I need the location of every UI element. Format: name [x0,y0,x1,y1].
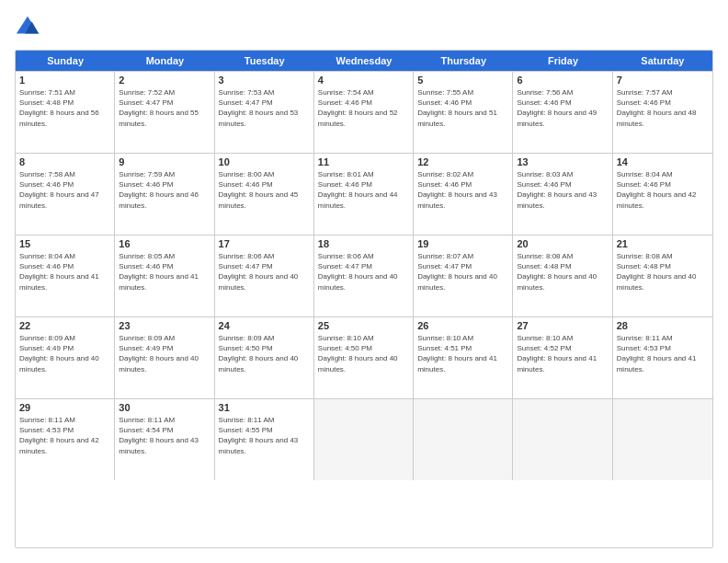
logo [15,15,44,40]
day-info: Sunrise: 8:06 AMSunset: 4:47 PMDaylight:… [318,251,409,293]
day-info: Sunrise: 7:56 AMSunset: 4:46 PMDaylight:… [517,87,608,129]
calendar-row-2: 15Sunrise: 8:04 AMSunset: 4:46 PMDayligh… [16,235,712,316]
calendar-cell: 9Sunrise: 7:59 AMSunset: 4:46 PMDaylight… [115,154,214,235]
calendar-cell [414,399,513,480]
day-number: 26 [417,320,508,331]
calendar-cell: 3Sunrise: 7:53 AMSunset: 4:47 PMDaylight… [215,72,314,153]
day-number: 4 [318,75,409,86]
day-of-week-wednesday: Wednesday [314,51,414,71]
day-info: Sunrise: 7:58 AMSunset: 4:46 PMDaylight:… [19,169,110,211]
day-of-week-friday: Friday [513,51,612,71]
day-number: 27 [517,320,608,331]
day-info: Sunrise: 7:59 AMSunset: 4:46 PMDaylight:… [119,169,210,211]
day-info: Sunrise: 8:09 AMSunset: 4:49 PMDaylight:… [119,333,210,374]
day-number: 14 [617,156,709,167]
day-number: 10 [219,156,310,167]
day-of-week-tuesday: Tuesday [215,51,314,71]
day-info: Sunrise: 8:05 AMSunset: 4:46 PMDaylight:… [119,251,210,293]
day-info: Sunrise: 7:57 AMSunset: 4:46 PMDaylight:… [617,87,709,129]
day-of-week-monday: Monday [115,51,214,71]
day-info: Sunrise: 8:04 AMSunset: 4:46 PMDaylight:… [19,251,110,293]
day-info: Sunrise: 8:04 AMSunset: 4:46 PMDaylight:… [617,169,709,211]
day-number: 5 [417,75,508,86]
day-number: 15 [19,238,110,249]
calendar-cell: 26Sunrise: 8:10 AMSunset: 4:51 PMDayligh… [414,317,513,398]
day-info: Sunrise: 8:08 AMSunset: 4:48 PMDaylight:… [617,251,709,293]
day-number: 18 [318,238,409,249]
logo-icon [15,15,40,40]
day-number: 9 [119,156,210,167]
day-info: Sunrise: 8:10 AMSunset: 4:51 PMDaylight:… [417,333,508,374]
day-info: Sunrise: 8:06 AMSunset: 4:47 PMDaylight:… [219,251,310,293]
calendar-cell: 23Sunrise: 8:09 AMSunset: 4:49 PMDayligh… [115,317,214,398]
day-info: Sunrise: 8:09 AMSunset: 4:49 PMDaylight:… [19,333,110,374]
day-info: Sunrise: 8:11 AMSunset: 4:53 PMDaylight:… [19,415,110,456]
calendar-cell: 11Sunrise: 8:01 AMSunset: 4:46 PMDayligh… [314,154,414,235]
day-number: 29 [19,402,110,413]
day-info: Sunrise: 7:52 AMSunset: 4:47 PMDaylight:… [119,87,210,129]
calendar-cell: 18Sunrise: 8:06 AMSunset: 4:47 PMDayligh… [314,236,414,316]
calendar-row-1: 8Sunrise: 7:58 AMSunset: 4:46 PMDaylight… [16,153,712,235]
calendar-cell: 30Sunrise: 8:11 AMSunset: 4:54 PMDayligh… [115,399,214,480]
calendar-cell: 8Sunrise: 7:58 AMSunset: 4:46 PMDaylight… [16,154,115,235]
calendar-cell: 5Sunrise: 7:55 AMSunset: 4:46 PMDaylight… [414,72,513,153]
day-number: 22 [19,320,110,331]
header [15,15,713,40]
day-number: 12 [417,156,508,167]
calendar-cell: 21Sunrise: 8:08 AMSunset: 4:48 PMDayligh… [613,236,712,316]
calendar-cell [513,399,612,480]
day-of-week-thursday: Thursday [414,51,513,71]
day-number: 23 [119,320,210,331]
calendar-row-4: 29Sunrise: 8:11 AMSunset: 4:53 PMDayligh… [16,398,712,480]
day-info: Sunrise: 8:00 AMSunset: 4:46 PMDaylight:… [219,169,310,211]
calendar-cell: 4Sunrise: 7:54 AMSunset: 4:46 PMDaylight… [314,72,414,153]
calendar-cell: 6Sunrise: 7:56 AMSunset: 4:46 PMDaylight… [513,72,612,153]
day-info: Sunrise: 8:01 AMSunset: 4:46 PMDaylight:… [318,169,409,211]
calendar-cell: 20Sunrise: 8:08 AMSunset: 4:48 PMDayligh… [513,236,612,316]
day-number: 25 [318,320,409,331]
calendar-cell [314,399,414,480]
calendar-cell: 28Sunrise: 8:11 AMSunset: 4:53 PMDayligh… [613,317,712,398]
calendar-row-0: 1Sunrise: 7:51 AMSunset: 4:48 PMDaylight… [16,71,712,153]
day-number: 6 [517,75,608,86]
calendar-cell: 10Sunrise: 8:00 AMSunset: 4:46 PMDayligh… [215,154,314,235]
calendar-cell: 31Sunrise: 8:11 AMSunset: 4:55 PMDayligh… [215,399,314,480]
day-number: 1 [19,75,110,86]
day-info: Sunrise: 7:53 AMSunset: 4:47 PMDaylight:… [219,87,310,129]
day-number: 21 [617,238,709,249]
calendar: SundayMondayTuesdayWednesdayThursdayFrid… [15,50,713,548]
calendar-cell: 27Sunrise: 8:10 AMSunset: 4:52 PMDayligh… [513,317,612,398]
day-info: Sunrise: 7:51 AMSunset: 4:48 PMDaylight:… [19,87,110,129]
day-number: 20 [517,238,608,249]
day-number: 31 [219,402,310,413]
day-number: 7 [617,75,709,86]
day-number: 19 [417,238,508,249]
calendar-cell: 2Sunrise: 7:52 AMSunset: 4:47 PMDaylight… [115,72,214,153]
day-info: Sunrise: 8:11 AMSunset: 4:55 PMDaylight:… [219,415,310,456]
calendar-cell: 15Sunrise: 8:04 AMSunset: 4:46 PMDayligh… [16,236,115,316]
calendar-body: 1Sunrise: 7:51 AMSunset: 4:48 PMDaylight… [16,71,712,480]
day-info: Sunrise: 8:10 AMSunset: 4:52 PMDaylight:… [517,333,608,374]
day-number: 30 [119,402,210,413]
day-number: 2 [119,75,210,86]
calendar-cell: 7Sunrise: 7:57 AMSunset: 4:46 PMDaylight… [613,72,712,153]
calendar-cell: 12Sunrise: 8:02 AMSunset: 4:46 PMDayligh… [414,154,513,235]
calendar-cell: 25Sunrise: 8:10 AMSunset: 4:50 PMDayligh… [314,317,414,398]
calendar-cell: 24Sunrise: 8:09 AMSunset: 4:50 PMDayligh… [215,317,314,398]
day-number: 13 [517,156,608,167]
page: SundayMondayTuesdayWednesdayThursdayFrid… [0,0,728,563]
calendar-cell: 13Sunrise: 8:03 AMSunset: 4:46 PMDayligh… [513,154,612,235]
day-info: Sunrise: 8:10 AMSunset: 4:50 PMDaylight:… [318,333,409,374]
day-number: 3 [219,75,310,86]
calendar-header: SundayMondayTuesdayWednesdayThursdayFrid… [16,51,712,71]
calendar-cell: 16Sunrise: 8:05 AMSunset: 4:46 PMDayligh… [115,236,214,316]
day-info: Sunrise: 8:02 AMSunset: 4:46 PMDaylight:… [417,169,508,211]
day-info: Sunrise: 8:07 AMSunset: 4:47 PMDaylight:… [417,251,508,293]
calendar-cell: 29Sunrise: 8:11 AMSunset: 4:53 PMDayligh… [16,399,115,480]
calendar-cell [613,399,712,480]
calendar-row-3: 22Sunrise: 8:09 AMSunset: 4:49 PMDayligh… [16,316,712,398]
day-of-week-saturday: Saturday [613,51,712,71]
calendar-cell: 22Sunrise: 8:09 AMSunset: 4:49 PMDayligh… [16,317,115,398]
day-number: 11 [318,156,409,167]
calendar-cell: 17Sunrise: 8:06 AMSunset: 4:47 PMDayligh… [215,236,314,316]
